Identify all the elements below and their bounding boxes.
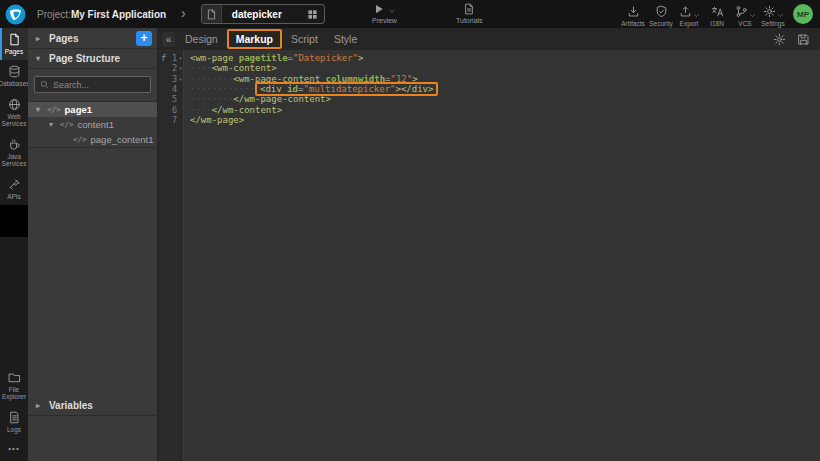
topbar-item-label: I18N [710,20,724,27]
web-services-icon [8,98,21,111]
rail-spacer [0,237,28,365]
java-services-icon [8,138,21,151]
triangle-down-icon[interactable]: ▾ [49,120,56,129]
i18n-icon [711,5,724,18]
rail-item-apis[interactable]: APIs [0,173,28,205]
search-icon [40,80,49,89]
artifacts-icon [627,5,640,18]
fold-toggle-icon[interactable]: ▾ [177,65,184,71]
search-input[interactable] [53,80,145,90]
topbar-i18n-button[interactable]: I18N [703,5,731,27]
pages-section-header[interactable]: ▸ Pages + [28,28,157,49]
project-breadcrumb: Project:My First Application [37,9,166,20]
wavemaker-studio: Project:My First Application › datepicke… [0,0,820,461]
page-structure-header[interactable]: ▾ Page Structure [28,49,157,69]
page-tab-datepicker[interactable]: datepicker [201,4,325,24]
left-nav-rail: PagesDatabasesWeb ServicesJava ServicesA… [0,28,28,461]
tree-node-label: page_content1 [91,134,154,145]
triangle-right-icon: ▸ [36,34,43,43]
pages-section-title: Pages [49,33,78,44]
fold-toggle-icon[interactable]: ▾ [177,76,184,82]
page-structure-tree: ▾</>page1▾</>content1</>page_content1 [28,101,157,148]
editor-toolbar [773,33,810,46]
pages-panel: ▸ Pages + ▾ Page Structure ▾</>page1▾</>… [28,28,158,461]
project-name[interactable]: My First Application [71,9,166,20]
tab-markup[interactable]: Markup [227,29,282,49]
export-icon [679,5,692,18]
topbar-export-button[interactable]: Export [675,5,703,27]
variables-section-header[interactable]: ▸ Variables [28,396,157,416]
triangle-down-icon[interactable]: ▾ [36,105,43,114]
rail-item-label: Web Services [2,113,27,128]
file-explorer-icon [8,371,21,384]
rail-black-patch [0,205,28,237]
search-box[interactable] [34,76,151,93]
save-icon[interactable] [797,33,810,46]
widget-code-icon: </> [60,120,74,129]
line-number: 3▾ [158,74,184,84]
tab-design[interactable]: Design [185,31,218,47]
widget-code-icon: </> [73,135,87,144]
tree-node-page-content1[interactable]: </>page_content1 [28,132,157,147]
tutorials-button[interactable]: Tutorials [456,3,483,24]
settings-icon [763,5,776,18]
tab-style[interactable]: Style [334,31,357,47]
tree-node-page1[interactable]: ▾</>page1 [28,102,157,117]
apis-icon [8,178,21,191]
line-number: 5 [158,94,184,104]
play-icon [373,3,385,15]
chevron-down-icon[interactable] [388,7,396,15]
line-number: 6 [158,105,184,115]
wavemaker-logo-icon[interactable] [5,4,26,25]
topbar-security-button[interactable]: Security [647,5,675,27]
logs-icon [8,411,21,424]
topbar-vcs-button[interactable]: VCS [731,5,759,27]
collapse-panel-button[interactable]: « [162,32,175,47]
code-line-6[interactable]: 6····</wm-content> [158,104,820,114]
code-line-4[interactable]: 4············<div id="multidatepicker"><… [158,84,820,94]
code-line-1[interactable]: f1▾<wm-page pagetitle="Datepicker"> [158,53,820,63]
editor-tabs: DesignMarkupScriptStyle [185,29,373,49]
line-number: 7 [158,115,184,125]
panel-bottom-space [28,416,157,461]
markup-settings-gear-icon[interactable] [773,33,786,46]
topbar-artifacts-button[interactable]: Artifacts [619,5,647,27]
widget-code-icon: </> [47,105,61,114]
rail-item-label: APIs [7,193,21,200]
breadcrumb-chevron-icon: › [181,5,186,21]
rail-item-logs[interactable]: Logs [0,406,28,438]
grid-icon[interactable] [302,9,324,20]
panel-empty-space [28,148,157,396]
editor-area: « DesignMarkupScriptStyle f1▾<wm-page pa… [158,28,820,461]
rail-item-java-services[interactable]: Java Services [0,133,28,173]
project-label: Project: [37,9,71,20]
rail-item-web-services[interactable]: Web Services [0,93,28,133]
pages-icon [8,33,21,46]
topbar-settings-button[interactable]: Settings [759,5,787,27]
more-options-button[interactable]: ••• [0,438,28,461]
topbar-actions: ArtifactsSecurityExportI18NVCSSettings [619,2,787,27]
topbar-item-label: Settings [761,20,785,27]
rail-item-databases[interactable]: Databases [0,60,28,92]
chevron-down-icon [777,12,784,19]
user-avatar[interactable]: MP [793,4,813,24]
topbar: Project:My First Application › datepicke… [0,0,820,28]
security-icon [655,5,668,18]
markup-code-editor[interactable]: f1▾<wm-page pagetitle="Datepicker">2▾···… [158,50,820,461]
code-line-2[interactable]: 2▾····<wm-content> [158,63,820,73]
tab-script[interactable]: Script [291,31,318,47]
rail-item-file-explorer[interactable]: File Explorer [0,366,28,406]
code-line-7[interactable]: 7</wm-page> [158,115,820,125]
add-page-button[interactable]: + [136,31,152,46]
tree-node-content1[interactable]: ▾</>content1 [28,117,157,132]
fold-toggle-icon[interactable]: ▾ [177,55,184,61]
databases-icon [8,65,21,78]
rail-item-label: Java Services [2,153,27,168]
tree-node-label: page1 [65,104,92,115]
rail-item-pages[interactable]: Pages [0,28,28,60]
rail-item-label: Pages [5,48,23,55]
file-icon [202,5,222,23]
code-line-5[interactable]: 5········</wm-page-content> [158,94,820,104]
preview-button[interactable]: Preview [372,3,397,24]
tree-node-label: content1 [78,119,114,130]
